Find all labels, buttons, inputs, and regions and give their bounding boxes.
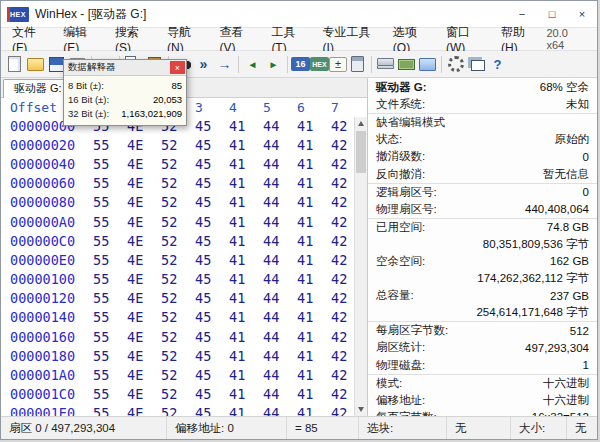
menu-item-file[interactable]: 文件(F) [5,28,56,50]
hex-byte[interactable]: 44 [263,367,297,383]
hex-byte[interactable]: 45 [195,214,229,230]
hex-byte[interactable]: 44 [263,214,297,230]
hex-byte[interactable]: 42 [331,214,354,230]
hex-byte[interactable]: 45 [195,118,229,134]
hex-byte[interactable]: 4E [127,290,161,306]
hex-byte[interactable]: 45 [195,405,229,416]
hex-byte[interactable]: 42 [331,252,354,268]
hex-byte[interactable]: 42 [331,405,354,416]
hex-byte[interactable]: 41 [229,329,263,345]
hex-byte[interactable]: 55 [93,175,127,191]
hex-byte[interactable]: 55 [93,271,127,287]
hex-byte[interactable]: 45 [195,137,229,153]
hex-byte[interactable]: 52 [161,386,195,402]
hex-byte[interactable]: 4E [127,156,161,172]
hex-byte[interactable]: 52 [161,405,195,416]
hex-row[interactable]: 00000180554E524541444142 [1,346,354,365]
hex-byte[interactable]: 52 [161,252,195,268]
hex-byte[interactable]: 52 [161,367,195,383]
hex-byte[interactable]: 41 [297,367,331,383]
hex-row[interactable]: 000001E0554E524541444142 [1,404,354,416]
menu-item-window[interactable]: 窗口(W) [439,28,494,50]
hex-byte[interactable]: 41 [297,386,331,402]
hex-byte[interactable]: 55 [93,137,127,153]
hex-byte[interactable]: 4E [127,252,161,268]
hex-byte[interactable]: 41 [229,271,263,287]
hex-byte[interactable]: 42 [331,367,354,383]
hex-byte[interactable]: 45 [195,252,229,268]
hex-byte[interactable]: 45 [195,271,229,287]
scroll-down-button[interactable] [355,403,367,416]
hex-byte[interactable]: 45 [195,194,229,210]
continue-search-icon[interactable]: » [193,54,214,75]
menu-item-navigation[interactable]: 导航(N) [160,28,213,50]
hex-byte[interactable]: 4E [127,367,161,383]
hex-row[interactable]: 00000060554E524541444142 [1,174,354,193]
hex-ansi-icon[interactable]: HEX [310,57,329,71]
hex-byte[interactable]: 41 [297,290,331,306]
hex-byte[interactable]: 45 [195,367,229,383]
hex-byte[interactable]: 42 [331,118,354,134]
hex-byte[interactable]: 44 [263,156,297,172]
hex-byte[interactable]: 44 [263,386,297,402]
hex-byte[interactable]: 41 [229,386,263,402]
hex-byte[interactable]: 45 [195,175,229,191]
data-interpreter-icon[interactable]: ± [329,57,347,72]
hex-row[interactable]: 000000E0554E524541444142 [1,250,354,269]
menu-item-help[interactable]: 帮助(H) [494,28,547,50]
hex-byte[interactable]: 44 [263,137,297,153]
hex-byte[interactable]: 41 [297,405,331,416]
hex-byte[interactable]: 44 [263,348,297,364]
hex-byte[interactable]: 45 [195,309,229,325]
hex-byte[interactable]: 44 [263,118,297,134]
hex-byte[interactable]: 41 [297,194,331,210]
hex-byte[interactable]: 4E [127,137,161,153]
hex-byte[interactable]: 4E [127,309,161,325]
hex-byte[interactable]: 4E [127,194,161,210]
hex-row[interactable]: 000001A0554E524541444142 [1,365,354,384]
forward-icon[interactable]: ► [263,54,284,75]
hex-byte[interactable]: 55 [93,194,127,210]
hex-byte[interactable]: 42 [331,329,354,345]
hex-row[interactable]: 00000140554E524541444142 [1,308,354,327]
hex-byte[interactable]: 55 [93,290,127,306]
hex-byte[interactable]: 44 [263,175,297,191]
hex-row[interactable]: 00000160554E524541444142 [1,327,354,346]
hex-byte[interactable]: 41 [229,156,263,172]
hex-byte[interactable]: 52 [161,348,195,364]
hex-byte[interactable]: 41 [229,290,263,306]
hex-byte[interactable]: 52 [161,329,195,345]
hex-byte[interactable]: 41 [297,329,331,345]
maximize-button[interactable]: □ [537,1,567,27]
hex-byte[interactable]: 41 [297,309,331,325]
hex-byte[interactable]: 55 [93,329,127,345]
hex-byte[interactable]: 55 [93,405,127,416]
open-disk-icon[interactable] [375,54,396,75]
close-button[interactable]: × [567,1,597,27]
hex-byte[interactable]: 4E [127,348,161,364]
hex-byte[interactable]: 44 [263,271,297,287]
hex-byte[interactable]: 41 [229,309,263,325]
hex-byte[interactable]: 41 [229,252,263,268]
hex-byte[interactable]: 41 [229,175,263,191]
hex16-icon[interactable]: 16 [291,57,310,71]
hex-byte[interactable]: 42 [331,309,354,325]
hex-byte[interactable]: 41 [229,348,263,364]
hex-byte[interactable]: 52 [161,214,195,230]
goto-offset-icon[interactable]: → [214,54,235,75]
hex-byte[interactable]: 4E [127,271,161,287]
ram-icon[interactable] [396,54,417,75]
hex-byte[interactable]: 41 [297,233,331,249]
hex-row[interactable]: 00000080554E524541444142 [1,193,354,212]
menu-item-search[interactable]: 搜索(S) [108,28,160,50]
menu-item-edit[interactable]: 编辑(E) [56,28,108,50]
data-interpreter-titlebar[interactable]: 数据解释器 × [64,60,186,76]
new-file-icon[interactable] [4,54,25,75]
hex-byte[interactable]: 42 [331,137,354,153]
hex-row[interactable]: 000000A0554E524541444142 [1,212,354,231]
hex-byte[interactable]: 52 [161,156,195,172]
hex-byte[interactable]: 41 [229,233,263,249]
hex-byte[interactable]: 45 [195,329,229,345]
hex-byte[interactable]: 42 [331,348,354,364]
hex-byte[interactable]: 41 [229,118,263,134]
